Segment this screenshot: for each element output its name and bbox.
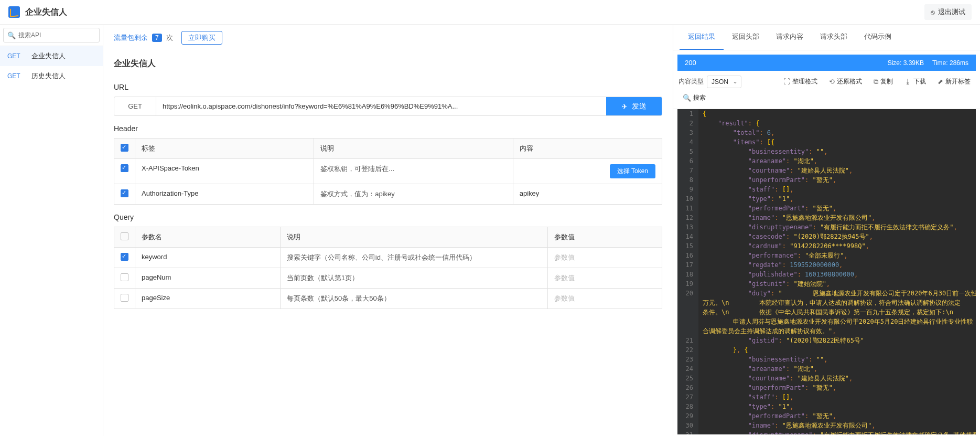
header-desc: 鉴权私钥，可登陆后在...: [314, 159, 513, 184]
query-section-label: Query: [114, 205, 662, 227]
search-api-input[interactable]: [3, 28, 100, 42]
query-row: pageNum 当前页数（默认第1页） 参数值: [114, 268, 662, 289]
main-panel: 流量包剩余 7 次 立即购买 企业失信人 URL GET ✈ 发送 Header…: [103, 25, 673, 436]
response-tab-3[interactable]: 请求头部: [812, 25, 856, 50]
header-tag: X-APISpace-Token: [135, 159, 314, 184]
header-col-tag: 标签: [135, 139, 314, 159]
header-check-all[interactable]: [121, 144, 128, 152]
query-value-cell[interactable]: 参数值: [548, 268, 662, 289]
select-token-button[interactable]: 选择 Token: [610, 164, 655, 178]
header-content-cell[interactable]: 选择 Token: [513, 159, 662, 184]
header-content-cell[interactable]: apikey: [513, 184, 662, 205]
query-col-desc: 说明: [280, 227, 547, 248]
page-title: 企业失信人: [114, 51, 662, 75]
api-method: GET: [7, 72, 23, 80]
copy-icon: ⧉: [874, 78, 878, 86]
header-desc: 鉴权方式，值为：apikey: [314, 184, 513, 205]
status-code: 200: [685, 59, 696, 67]
download-icon: ⭳: [904, 78, 911, 86]
newtab-icon: ⬈: [938, 78, 943, 86]
app-title: 企业失信人: [25, 7, 67, 18]
query-row-check[interactable]: [121, 253, 128, 261]
header-section-label: Header: [114, 116, 662, 138]
query-table: 参数名 说明 参数值 keyword 搜索关键字（公司名称、公司id、注册号或社…: [114, 227, 662, 309]
response-panel: 返回结果返回头部请求内容请求头部代码示例 200 Size: 3.39KB Ti…: [673, 25, 980, 436]
query-name: keyword: [135, 248, 281, 268]
query-row-check[interactable]: [121, 294, 128, 302]
response-tab-0[interactable]: 返回结果: [680, 25, 724, 50]
download-button[interactable]: ⭳下载: [900, 75, 930, 88]
api-name: 历史失信人: [31, 71, 66, 81]
restore-icon: ⟲: [829, 78, 835, 86]
header-row: Authorization-Type 鉴权方式，值为：apikey apikey: [114, 184, 662, 205]
query-value-cell[interactable]: 参数值: [548, 289, 662, 309]
exit-icon: ⎋: [931, 8, 935, 16]
query-desc: 每页条数（默认50条，最大50条）: [280, 289, 547, 309]
header-content: apikey: [520, 189, 540, 197]
query-row-check[interactable]: [121, 273, 128, 281]
response-tab-4[interactable]: 代码示例: [856, 25, 900, 50]
query-value-cell[interactable]: 参数值: [548, 248, 662, 268]
query-check-all[interactable]: [121, 232, 128, 240]
newtab-button[interactable]: ⬈新开标签: [933, 75, 975, 88]
send-button[interactable]: ✈ 发送: [606, 97, 662, 115]
content-type-label: 内容类型: [679, 77, 704, 86]
restore-button[interactable]: ⟲还原格式: [825, 75, 866, 88]
header-col-content: 内容: [513, 139, 662, 159]
query-name: pageNum: [135, 268, 281, 289]
copy-button[interactable]: ⧉复制: [869, 75, 897, 88]
header-col-desc: 说明: [314, 139, 513, 159]
url-section-label: URL: [114, 75, 662, 97]
response-tab-2[interactable]: 请求内容: [768, 25, 812, 50]
api-method: GET: [7, 52, 23, 60]
header-table: 标签 说明 内容 X-APISpace-Token 鉴权私钥，可登陆后在... …: [114, 138, 662, 205]
exit-test-button[interactable]: ⎋ 退出测试: [924, 4, 972, 20]
format-button[interactable]: ⛶整理格式: [779, 75, 822, 88]
query-col-value: 参数值: [548, 227, 662, 248]
content-type-select[interactable]: JSON: [707, 76, 741, 88]
query-col-name: 参数名: [135, 227, 281, 248]
query-row: keyword 搜索关键字（公司名称、公司id、注册号或社会统一信用代码） 参数…: [114, 248, 662, 268]
sidebar: 🔍 GET企业失信人GET历史失信人: [0, 25, 103, 436]
send-label: 发送: [632, 102, 647, 111]
header-row-check[interactable]: [121, 189, 128, 197]
sidebar-item-1[interactable]: GET历史失信人: [0, 66, 103, 86]
format-icon: ⛶: [783, 78, 790, 86]
header-tag: Authorization-Type: [135, 184, 314, 205]
search-response-button[interactable]: 🔍搜索: [679, 91, 710, 104]
exit-label: 退出测试: [938, 7, 965, 17]
send-icon: ✈: [621, 102, 628, 111]
query-desc: 当前页数（默认第1页）: [280, 268, 547, 289]
query-name: pageSize: [135, 289, 281, 309]
quota-unit: 次: [166, 33, 173, 42]
header-row: X-APISpace-Token 鉴权私钥，可登陆后在... 选择 Token: [114, 159, 662, 184]
response-tab-1[interactable]: 返回头部: [724, 25, 768, 50]
query-desc: 搜索关键字（公司名称、公司id、注册号或社会统一信用代码）: [280, 248, 547, 268]
sidebar-item-0[interactable]: GET企业失信人: [0, 46, 103, 66]
header-row-check[interactable]: [121, 164, 128, 172]
status-size: Size: 3.39KB: [888, 59, 924, 67]
response-code[interactable]: 1 {2 "result": {3 "total": 6,4 "items": …: [677, 109, 976, 434]
app-logo-icon: [8, 6, 20, 18]
quota-label: 流量包剩余: [114, 33, 148, 42]
api-name: 企业失信人: [31, 51, 66, 61]
search-response-icon: 🔍: [683, 94, 691, 102]
search-icon: 🔍: [7, 31, 16, 39]
query-row: pageSize 每页条数（默认50条，最大50条） 参数值: [114, 289, 662, 309]
status-time: Time: 286ms: [932, 59, 968, 67]
url-input[interactable]: [156, 97, 606, 115]
quota-count: 7: [152, 34, 162, 42]
url-method[interactable]: GET: [114, 97, 156, 115]
buy-button[interactable]: 立即购买: [181, 31, 222, 45]
